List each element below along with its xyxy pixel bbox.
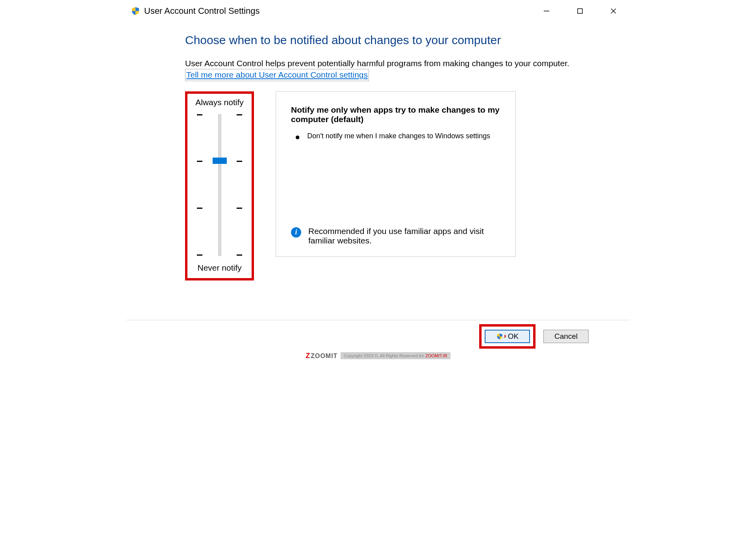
notification-slider[interactable] <box>192 114 247 256</box>
watermark: ZZOOMIT Copyright 2023 ©, All Rights Res… <box>126 352 630 360</box>
maximize-icon <box>577 8 583 14</box>
bullet-row: ● Don't notify me when I make changes to… <box>291 131 500 141</box>
shield-overlay-icon <box>502 333 506 340</box>
watermark-brand: ZZOOMIT <box>306 352 337 360</box>
minimize-button[interactable] <box>530 3 563 19</box>
window-controls <box>530 3 630 19</box>
titlebar: User Account Control Settings <box>126 0 630 22</box>
recommendation-text: Recommended if you use familiar apps and… <box>308 227 500 245</box>
watermark-copyright: Copyright 2023 ©, All Rights Reserved fo… <box>341 352 450 359</box>
uac-shield-icon <box>131 6 140 16</box>
window-title: User Account Control Settings <box>144 6 530 16</box>
uac-settings-window: User Account Control Settings Choose whe… <box>126 0 630 360</box>
close-button[interactable] <box>597 3 630 19</box>
bullet-icon: ● <box>295 133 300 141</box>
svg-rect-1 <box>578 9 582 13</box>
cancel-button[interactable]: Cancel <box>543 330 589 343</box>
slider-bottom-label: Never notify <box>197 263 241 273</box>
close-icon <box>610 7 617 15</box>
maximize-button[interactable] <box>563 3 597 19</box>
notification-slider-box: Always notify Never notify <box>185 91 254 280</box>
ok-highlight: OK <box>479 324 536 349</box>
level-detail-box: Notify me only when apps try to make cha… <box>276 91 516 257</box>
minimize-icon <box>543 7 550 15</box>
body-row: Always notify Never notify Notify me onl… <box>185 91 579 280</box>
slider-top-label: Always notify <box>195 98 244 107</box>
recommendation-row: i Recommended if you use familiar apps a… <box>291 227 500 245</box>
content-area: Choose when to be notified about changes… <box>126 22 630 284</box>
page-description: User Account Control helps prevent poten… <box>185 58 579 81</box>
slider-tick <box>192 208 247 209</box>
detail-top: Notify me only when apps try to make cha… <box>291 105 500 141</box>
dialog-footer: OK Cancel <box>126 320 630 353</box>
ok-button[interactable]: OK <box>485 330 530 343</box>
bullet-text: Don't notify me when I make changes to W… <box>307 131 490 141</box>
info-icon: i <box>291 227 301 238</box>
ok-label: OK <box>508 332 519 341</box>
level-title: Notify me only when apps try to make cha… <box>291 105 500 124</box>
slider-tick <box>192 254 247 256</box>
page-heading: Choose when to be notified about changes… <box>185 33 579 47</box>
description-text: User Account Control helps prevent poten… <box>185 59 569 68</box>
slider-thumb[interactable] <box>213 158 227 164</box>
slider-track <box>218 114 221 256</box>
learn-more-link[interactable]: Tell me more about User Account Control … <box>185 69 369 81</box>
slider-tick <box>192 114 247 115</box>
